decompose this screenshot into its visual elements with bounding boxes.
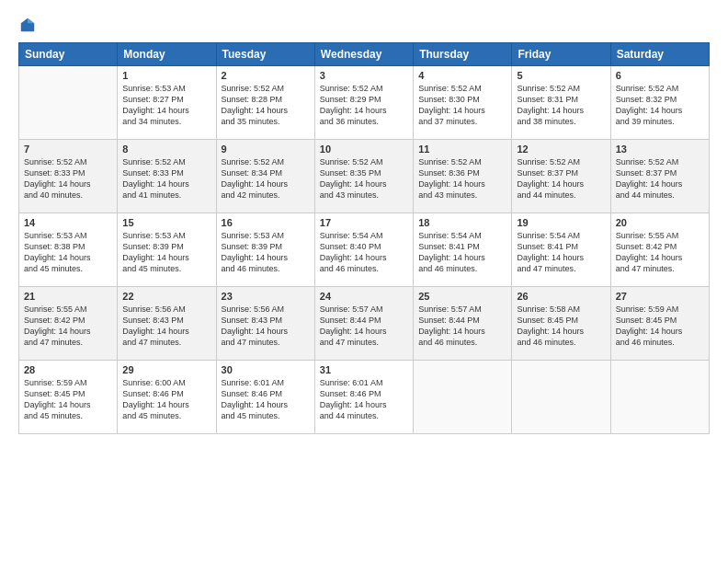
day-info: Sunrise: 5:58 AMSunset: 8:45 PMDaylight:… [517, 304, 605, 349]
day-number: 16 [222, 217, 310, 228]
day-info: Sunrise: 5:52 AMSunset: 8:34 PMDaylight:… [222, 156, 310, 201]
day-number: 18 [418, 217, 506, 228]
calendar-cell: 27Sunrise: 5:59 AMSunset: 8:45 PMDayligh… [610, 287, 709, 361]
day-info: Sunrise: 5:52 AMSunset: 8:32 PMDaylight:… [616, 83, 704, 128]
day-info: Sunrise: 5:52 AMSunset: 8:33 PMDaylight:… [122, 156, 210, 201]
day-number: 4 [418, 70, 506, 81]
day-info: Sunrise: 5:52 AMSunset: 8:37 PMDaylight:… [517, 156, 605, 201]
calendar-week-row: 21Sunrise: 5:55 AMSunset: 8:42 PMDayligh… [19, 287, 710, 361]
day-number: 26 [517, 291, 605, 302]
day-info: Sunrise: 5:52 AMSunset: 8:36 PMDaylight:… [418, 156, 506, 201]
day-info: Sunrise: 5:53 AMSunset: 8:38 PMDaylight:… [24, 230, 112, 275]
calendar-cell: 5Sunrise: 5:52 AMSunset: 8:31 PMDaylight… [512, 66, 610, 140]
calendar-cell: 26Sunrise: 5:58 AMSunset: 8:45 PMDayligh… [512, 287, 610, 361]
day-info: Sunrise: 5:52 AMSunset: 8:29 PMDaylight:… [320, 83, 408, 128]
day-number: 8 [122, 144, 210, 155]
calendar-cell: 1Sunrise: 5:53 AMSunset: 8:27 PMDaylight… [118, 66, 216, 140]
calendar-cell: 3Sunrise: 5:52 AMSunset: 8:29 PMDaylight… [314, 66, 413, 140]
calendar-week-row: 1Sunrise: 5:53 AMSunset: 8:27 PMDaylight… [19, 66, 710, 140]
calendar-cell [414, 361, 512, 434]
day-number: 6 [616, 70, 704, 81]
day-number: 3 [320, 70, 408, 81]
day-info: Sunrise: 5:54 AMSunset: 8:41 PMDaylight:… [517, 230, 605, 275]
calendar-cell: 4Sunrise: 5:52 AMSunset: 8:30 PMDaylight… [414, 66, 512, 140]
calendar-cell: 19Sunrise: 5:54 AMSunset: 8:41 PMDayligh… [512, 213, 610, 287]
day-number: 23 [222, 291, 310, 302]
day-info: Sunrise: 5:52 AMSunset: 8:33 PMDaylight:… [24, 156, 112, 201]
day-info: Sunrise: 5:52 AMSunset: 8:28 PMDaylight:… [222, 83, 310, 128]
calendar-cell: 7Sunrise: 5:52 AMSunset: 8:33 PMDaylight… [19, 140, 118, 213]
calendar-header-saturday: Saturday [610, 43, 709, 66]
day-number: 10 [320, 144, 408, 155]
day-number: 30 [222, 364, 310, 375]
calendar-week-row: 28Sunrise: 5:59 AMSunset: 8:45 PMDayligh… [19, 361, 710, 434]
day-number: 14 [24, 217, 112, 228]
day-number: 7 [24, 144, 112, 155]
calendar-cell: 10Sunrise: 5:52 AMSunset: 8:35 PMDayligh… [314, 140, 413, 213]
day-number: 25 [418, 291, 506, 302]
day-number: 20 [616, 217, 704, 228]
day-number: 29 [122, 364, 210, 375]
day-number: 2 [222, 70, 310, 81]
day-info: Sunrise: 5:52 AMSunset: 8:35 PMDaylight:… [320, 156, 408, 201]
calendar-cell: 13Sunrise: 5:52 AMSunset: 8:37 PMDayligh… [610, 140, 709, 213]
calendar-cell: 2Sunrise: 5:52 AMSunset: 8:28 PMDaylight… [216, 66, 314, 140]
calendar-week-row: 14Sunrise: 5:53 AMSunset: 8:38 PMDayligh… [19, 213, 710, 287]
day-number: 27 [616, 291, 704, 302]
day-info: Sunrise: 5:53 AMSunset: 8:27 PMDaylight:… [122, 83, 210, 128]
day-info: Sunrise: 6:00 AMSunset: 8:46 PMDaylight:… [122, 377, 210, 422]
day-info: Sunrise: 5:55 AMSunset: 8:42 PMDaylight:… [24, 304, 112, 349]
day-number: 22 [122, 291, 210, 302]
calendar-cell [610, 361, 709, 434]
calendar-cell: 17Sunrise: 5:54 AMSunset: 8:40 PMDayligh… [314, 213, 413, 287]
day-info: Sunrise: 5:52 AMSunset: 8:30 PMDaylight:… [418, 83, 506, 128]
day-info: Sunrise: 5:57 AMSunset: 8:44 PMDaylight:… [320, 304, 408, 349]
day-number: 1 [122, 70, 210, 81]
calendar-cell: 8Sunrise: 5:52 AMSunset: 8:33 PMDaylight… [118, 140, 216, 213]
calendar-cell: 18Sunrise: 5:54 AMSunset: 8:41 PMDayligh… [414, 213, 512, 287]
page: SundayMondayTuesdayWednesdayThursdayFrid… [0, 0, 728, 443]
calendar-cell: 12Sunrise: 5:52 AMSunset: 8:37 PMDayligh… [512, 140, 610, 213]
calendar-header-tuesday: Tuesday [216, 43, 314, 66]
day-info: Sunrise: 5:55 AMSunset: 8:42 PMDaylight:… [616, 230, 704, 275]
calendar-cell: 6Sunrise: 5:52 AMSunset: 8:32 PMDaylight… [610, 66, 709, 140]
calendar-header-thursday: Thursday [414, 43, 512, 66]
day-info: Sunrise: 5:52 AMSunset: 8:31 PMDaylight:… [517, 83, 605, 128]
day-info: Sunrise: 6:01 AMSunset: 8:46 PMDaylight:… [320, 377, 408, 422]
day-info: Sunrise: 5:59 AMSunset: 8:45 PMDaylight:… [616, 304, 704, 349]
day-number: 12 [517, 144, 605, 155]
day-number: 5 [517, 70, 605, 81]
day-number: 31 [320, 364, 408, 375]
day-info: Sunrise: 5:59 AMSunset: 8:45 PMDaylight:… [24, 377, 112, 422]
day-number: 17 [320, 217, 408, 228]
calendar-cell: 16Sunrise: 5:53 AMSunset: 8:39 PMDayligh… [216, 213, 314, 287]
day-number: 24 [320, 291, 408, 302]
logo-text [18, 17, 36, 33]
calendar-cell: 14Sunrise: 5:53 AMSunset: 8:38 PMDayligh… [19, 213, 118, 287]
calendar-cell: 23Sunrise: 5:56 AMSunset: 8:43 PMDayligh… [216, 287, 314, 361]
calendar-header-wednesday: Wednesday [314, 43, 413, 66]
day-number: 9 [222, 144, 310, 155]
calendar-week-row: 7Sunrise: 5:52 AMSunset: 8:33 PMDaylight… [19, 140, 710, 213]
day-number: 19 [517, 217, 605, 228]
day-info: Sunrise: 6:01 AMSunset: 8:46 PMDaylight:… [222, 377, 310, 422]
calendar-cell: 28Sunrise: 5:59 AMSunset: 8:45 PMDayligh… [19, 361, 118, 434]
day-info: Sunrise: 5:54 AMSunset: 8:40 PMDaylight:… [320, 230, 408, 275]
calendar-header-sunday: Sunday [19, 43, 118, 66]
calendar-cell: 25Sunrise: 5:57 AMSunset: 8:44 PMDayligh… [414, 287, 512, 361]
calendar-header-friday: Friday [512, 43, 610, 66]
day-info: Sunrise: 5:54 AMSunset: 8:41 PMDaylight:… [418, 230, 506, 275]
day-info: Sunrise: 5:52 AMSunset: 8:37 PMDaylight:… [616, 156, 704, 201]
day-number: 13 [616, 144, 704, 155]
calendar-cell: 15Sunrise: 5:53 AMSunset: 8:39 PMDayligh… [118, 213, 216, 287]
day-number: 15 [122, 217, 210, 228]
calendar-cell: 20Sunrise: 5:55 AMSunset: 8:42 PMDayligh… [610, 213, 709, 287]
header [18, 17, 710, 33]
calendar-header-row: SundayMondayTuesdayWednesdayThursdayFrid… [19, 43, 710, 66]
calendar-cell: 22Sunrise: 5:56 AMSunset: 8:43 PMDayligh… [118, 287, 216, 361]
calendar-header-monday: Monday [118, 43, 216, 66]
calendar-cell: 24Sunrise: 5:57 AMSunset: 8:44 PMDayligh… [314, 287, 413, 361]
calendar-cell: 30Sunrise: 6:01 AMSunset: 8:46 PMDayligh… [216, 361, 314, 434]
day-number: 11 [418, 144, 506, 155]
calendar-cell: 31Sunrise: 6:01 AMSunset: 8:46 PMDayligh… [314, 361, 413, 434]
